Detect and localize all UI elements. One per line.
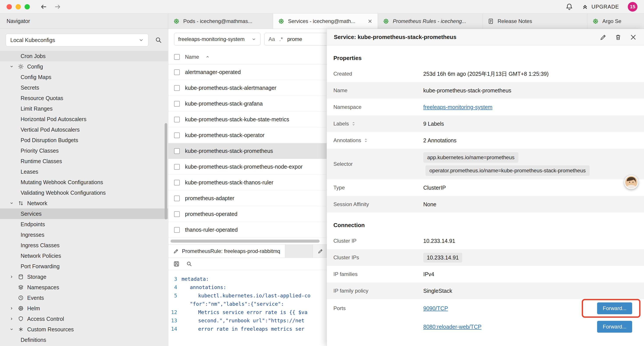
table-row[interactable]: alertmanager-operated (168, 64, 326, 80)
sidebar-item-events[interactable]: Events (0, 293, 168, 303)
dock-tab-partial[interactable] (312, 245, 326, 258)
sidebar-item-pod-disruption-budgets[interactable]: Pod Disruption Budgets (0, 135, 168, 145)
sidebar-item-priority-classes[interactable]: Priority Classes (0, 145, 168, 156)
sidebar-item-horizontal-pod-autoscalers[interactable]: Horizontal Pod Autoscalers (0, 114, 168, 124)
sidebar-item-storage[interactable]: Storage (0, 272, 168, 282)
sidebar-item-endpoints[interactable]: Endpoints (0, 219, 168, 230)
row-checkbox[interactable] (174, 85, 180, 91)
row-checkbox[interactable] (174, 180, 180, 185)
table-row[interactable]: kube-prometheus-stack-grafana (168, 96, 326, 112)
chevron-down-icon[interactable] (9, 327, 14, 332)
sidebar-scrollbar[interactable] (164, 123, 167, 219)
trash-icon[interactable] (615, 34, 622, 41)
sidebar-item-cron-jobs[interactable]: Cron Jobs (0, 51, 168, 61)
edit-pencil-icon[interactable] (600, 34, 607, 41)
row-checkbox[interactable] (174, 69, 180, 75)
notification-count-badge[interactable]: 15 (628, 2, 638, 11)
sidebar-item-ingress-classes[interactable]: Ingress Classes (0, 240, 168, 251)
expand-toggle-icon[interactable] (364, 138, 368, 143)
namespace-filter-select[interactable]: freeleaps-monitoring-system (174, 33, 260, 45)
row-checkbox[interactable] (174, 101, 180, 107)
sidebar-item-runtime-classes[interactable]: Runtime Classes (0, 156, 168, 166)
tab-release-notes[interactable]: Release Notes (483, 13, 588, 29)
tab-prometheus-rules[interactable]: Prometheus Rules - icecheng... (378, 13, 483, 29)
sidebar-item-mutating-webhook-configurations[interactable]: Mutating Webhook Configurations (0, 177, 168, 187)
chevron-down-icon[interactable] (9, 64, 14, 69)
chevron-down-icon[interactable] (9, 200, 14, 206)
forward-button-9090[interactable]: Forward... (597, 303, 632, 314)
sidebar-item-access-control[interactable]: Access Control (0, 314, 168, 324)
chevron-right-icon[interactable] (9, 306, 14, 311)
match-case-toggle[interactable]: Aa (268, 36, 275, 42)
sidebar-item-config-maps[interactable]: Config Maps (0, 72, 168, 82)
table-row[interactable]: kube-prometheus-stack-prometheus-node-ex… (168, 159, 326, 175)
sidebar-item-leases[interactable]: Leases (0, 166, 168, 177)
search-input[interactable]: Aa .* prome (264, 33, 326, 45)
namespace-link[interactable]: freeleaps-monitoring-system (423, 104, 492, 110)
forward-arrow-icon[interactable] (54, 3, 62, 10)
port-link-9090[interactable]: 9090/TCP (423, 305, 448, 312)
select-all-checkbox[interactable] (174, 54, 180, 60)
table-row[interactable]: thanos-ruler-operated (168, 222, 326, 238)
regex-toggle[interactable]: .* (279, 36, 283, 42)
row-checkbox[interactable] (174, 148, 180, 154)
horizontal-scrollbar[interactable] (168, 238, 326, 244)
dock-tab-prometheusrule[interactable]: PrometheusRule: freeleaps-prod-rabbitmq (168, 245, 285, 258)
maximize-window-button[interactable] (24, 4, 30, 9)
close-window-button[interactable] (6, 4, 12, 9)
service-name: thanos-ruler-operated (185, 227, 238, 233)
table-row[interactable]: prometheus-adapter (168, 191, 326, 206)
chevron-right-icon[interactable] (9, 316, 14, 322)
notifications-bell-icon[interactable] (566, 3, 573, 10)
sidebar-item-network-policies[interactable]: Network Policies (0, 251, 168, 261)
sidebar-item-limit-ranges[interactable]: Limit Ranges (0, 103, 168, 114)
sidebar-item-definitions[interactable]: Definitions (0, 335, 168, 345)
sidebar-item-custom-resources[interactable]: Custom Resources (0, 324, 168, 335)
name-column-header[interactable]: Name (185, 54, 199, 60)
sidebar-item-network[interactable]: Network (0, 198, 168, 209)
sidebar-item-vertical-pod-autoscalers[interactable]: Vertical Pod Autoscalers (0, 124, 168, 135)
yaml-editor[interactable]: 3metadata: 4annotations: 5kubectl.kubern… (168, 270, 326, 333)
sidebar-item-namespaces[interactable]: Namespaces (0, 282, 168, 293)
sidebar-item-config[interactable]: Config (0, 61, 168, 72)
close-drawer-icon[interactable] (630, 33, 637, 41)
upgrade-button[interactable]: UPGRADE (582, 3, 619, 10)
tab-pods[interactable]: Pods - icecheng@mathmas... (168, 13, 273, 29)
forward-button-8080[interactable]: Forward... (597, 321, 632, 333)
sort-ascending-icon[interactable] (205, 54, 210, 59)
minimize-window-button[interactable] (16, 4, 21, 9)
row-checkbox[interactable] (174, 227, 180, 233)
row-checkbox[interactable] (174, 211, 180, 217)
code-line: metadata: (182, 276, 209, 282)
expand-toggle-icon[interactable] (351, 121, 356, 126)
table-row[interactable]: kube-prometheus-stack-thanos-ruler (168, 175, 326, 191)
chevron-right-icon[interactable] (9, 274, 14, 280)
back-arrow-icon[interactable] (40, 3, 47, 10)
save-icon[interactable] (173, 261, 180, 267)
table-row[interactable]: prometheus-operated (168, 206, 326, 222)
port-link-8080[interactable]: 8080:reloader-web/TCP (423, 324, 481, 330)
kubeconfig-select[interactable]: Local Kubeconfigs (6, 34, 148, 46)
editor-search-icon[interactable] (186, 261, 192, 267)
sidebar-item-ingresses[interactable]: Ingresses (0, 230, 168, 240)
row-checkbox[interactable] (174, 117, 180, 122)
sidebar-item-port-forwarding[interactable]: Port Forwarding (0, 261, 168, 272)
tab-argo[interactable]: Argo Se (588, 13, 644, 29)
horizontal-scrollbar-thumb[interactable] (170, 240, 320, 243)
sidebar-item-services[interactable]: Services (0, 209, 168, 219)
close-tab-icon[interactable] (367, 18, 373, 24)
sidebar-search-icon[interactable] (154, 36, 162, 44)
tab-services[interactable]: Services - icecheng@math... (273, 13, 378, 29)
table-row[interactable]: kube-prometheus-stack-operator (168, 127, 326, 143)
row-checkbox[interactable] (174, 164, 180, 170)
table-row-selected[interactable]: kube-prometheus-stack-prometheus (168, 143, 326, 159)
sidebar-item-helm[interactable]: Helm (0, 303, 168, 314)
avatar[interactable] (624, 175, 638, 189)
row-checkbox[interactable] (174, 132, 180, 138)
sidebar-item-resource-quotas[interactable]: Resource Quotas (0, 93, 168, 103)
table-row[interactable]: kube-prometheus-stack-kube-state-metrics (168, 112, 326, 127)
row-checkbox[interactable] (174, 196, 180, 201)
sidebar-item-secrets[interactable]: Secrets (0, 82, 168, 93)
table-row[interactable]: kube-prometheus-stack-alertmanager (168, 80, 326, 96)
sidebar-item-validating-webhook-configurations[interactable]: Validating Webhook Configurations (0, 187, 168, 198)
